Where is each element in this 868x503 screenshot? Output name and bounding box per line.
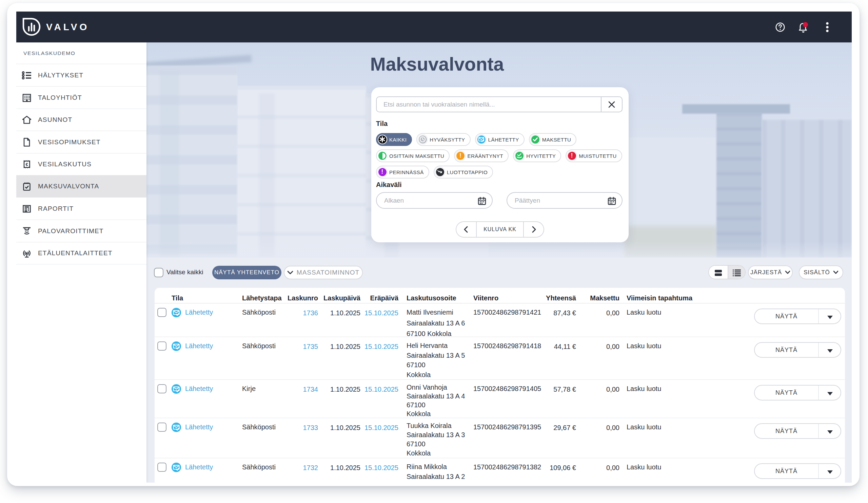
svg-text:€: € bbox=[25, 162, 28, 167]
